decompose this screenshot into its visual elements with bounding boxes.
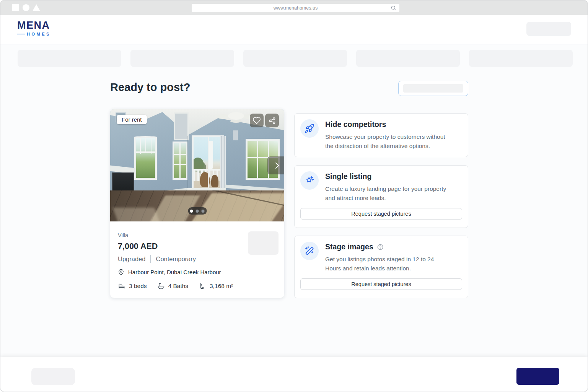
carousel-dot[interactable] [196,210,199,213]
header-action-placeholder[interactable] [526,22,571,36]
property-location: Harbour Point, Dubai Creek Harbour [118,269,277,275]
photo-vertical-blind [220,136,226,191]
browser-window: www.menahomes.us MENA HOMES Ready to pos… [0,0,588,392]
carousel-next-button[interactable] [267,156,284,174]
service-title: Hide competitors [325,120,386,129]
nav-chip-placeholder[interactable] [243,50,347,67]
feature-beds: 3 beds [118,282,147,290]
photo-sliding-door [192,135,225,195]
share-icon [268,117,276,125]
carousel-dot[interactable] [202,210,205,213]
photo-sun-patch [112,208,160,221]
area-icon [199,282,206,290]
brand-logo[interactable]: MENA HOMES [17,20,51,36]
title-action-button[interactable] [398,81,468,96]
browser-chrome: www.menahomes.us [0,0,588,15]
service-title: Single listing [325,172,371,181]
window-control-triangle[interactable] [33,4,40,11]
feature-area: 3,168 m² [199,282,233,290]
page-title: Ready to post? [110,81,190,94]
brand-logo-text: MENA [17,20,51,31]
service-description: Get you listings photos staged in 12 to … [325,255,434,273]
nav-chip-placeholder[interactable] [18,50,121,67]
search-icon[interactable] [391,5,396,11]
photo-door-frame [208,137,209,194]
help-icon[interactable] [377,244,384,250]
nav-chips-row [18,50,573,67]
bath-icon [157,282,165,290]
carousel-dot-active[interactable] [190,210,193,213]
bed-icon [118,282,125,290]
nav-chip-placeholder[interactable] [469,50,573,67]
photo-speaker [233,130,238,140]
favorite-button[interactable] [250,114,264,127]
chevron-right-icon [272,161,282,170]
property-features: 3 beds 4 Baths 3,168 m² [118,282,277,290]
photo-center-window [173,142,187,180]
brand-logo-subtext: HOMES [27,32,51,36]
window-control-square[interactable] [12,4,19,11]
property-tag: Contemporary [156,255,196,263]
listing-thumbnail-placeholder [248,231,279,255]
window-control-circle[interactable] [23,4,29,11]
property-tag: Upgraded [118,255,145,263]
service-icon-circle [300,242,319,260]
footer-secondary-placeholder[interactable] [31,368,75,385]
service-description: Create a luxury landing page for your pr… [325,184,446,203]
request-staged-pictures-button[interactable]: Request staged pictures [300,208,462,220]
property-tags: Upgraded Contemporary [118,255,277,263]
nav-chip-placeholder[interactable] [130,50,234,67]
service-icon-circle [300,119,319,138]
carousel-dots[interactable] [188,207,207,215]
listing-details: Villa 7,000 AED Upgraded Contemporary Ha… [110,221,284,290]
service-card-stage-images: Stage images Get you listings photos sta… [294,236,468,298]
url-text: www.menahomes.us [274,5,318,11]
property-photo: For rent [110,109,284,221]
footer-primary-button[interactable] [516,368,559,385]
feature-label: 3,168 m² [210,283,233,290]
title-action-placeholder [403,84,463,93]
service-card-single-listing: Single listing Create a luxury landing p… [294,165,468,228]
nav-chip-placeholder[interactable] [356,50,460,67]
status-badge: For rent [117,115,147,124]
photo-wall-panel [174,112,189,141]
logo-dash [17,34,25,35]
star-sparkles-icon [304,175,315,186]
feature-label: 3 beds [129,283,147,290]
footer-bar [0,357,588,392]
photo-arched-window [134,136,157,180]
feature-label: 4 Baths [168,283,189,290]
heart-icon [252,116,261,125]
location-pin-icon [118,269,124,275]
location-text: Harbour Point, Dubai Creek Harbour [128,269,221,275]
address-bar[interactable]: www.menahomes.us [192,4,399,12]
feature-baths: 4 Baths [157,282,189,290]
service-title: Stage images [325,242,373,251]
request-staged-pictures-button[interactable]: Request staged pictures [300,278,462,290]
service-card-hide-competitors: Hide competitors Showcase your property … [294,113,468,157]
magic-wand-icon [304,246,315,256]
property-listing-card[interactable]: For rent Vill [110,109,284,298]
site-header: MENA HOMES [0,15,588,44]
share-button[interactable] [265,114,279,127]
tag-divider [150,255,151,263]
photo-floor [110,190,284,221]
rocket-icon [305,124,314,133]
service-description: Showcase your property to customers with… [325,132,445,151]
service-icon-circle [300,171,319,190]
